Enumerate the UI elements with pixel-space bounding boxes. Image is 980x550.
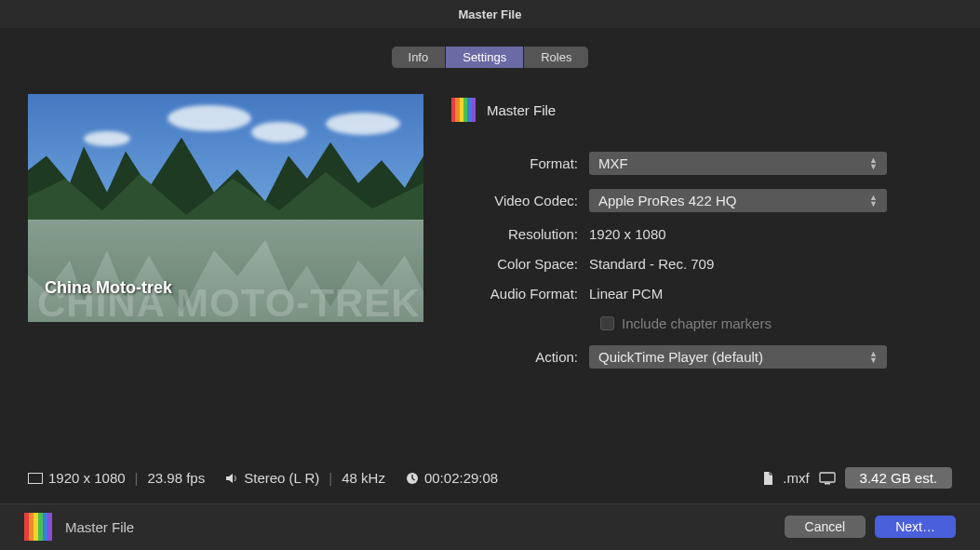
status-bar: 1920 x 1080 | 23.98 fps Stereo (L R) | 4… [28, 462, 952, 494]
content-area: Info Settings Roles CHINA [0, 28, 980, 503]
row-audio-format: Audio Format: Linear PCM [451, 286, 952, 302]
svg-rect-3 [825, 483, 830, 485]
preview-caption: China Moto-trek [45, 278, 172, 298]
panel-title: Master File [487, 102, 556, 118]
footer-left: Master File [24, 513, 134, 541]
resolution-value: 1920 x 1080 [589, 226, 666, 242]
row-video-codec: Video Codec: Apple ProRes 422 HQ ▲▼ [451, 189, 952, 212]
action-dropdown[interactable]: QuickTime Player (default) ▲▼ [589, 345, 887, 369]
row-resolution: Resolution: 1920 x 1080 [451, 226, 952, 242]
status-right: .mxf 3.42 GB est. [763, 467, 952, 489]
chevron-updown-icon: ▲▼ [869, 157, 878, 170]
tab-info[interactable]: Info [392, 47, 447, 68]
main-row: CHINA MOTO-TREK China Moto-trek Master F… [28, 94, 952, 462]
tabs-container: Info Settings Roles [28, 47, 952, 68]
video-preview: CHINA MOTO-TREK China Moto-trek [28, 94, 423, 322]
footer-title: Master File [65, 519, 134, 535]
format-dropdown[interactable]: MXF ▲▼ [589, 152, 887, 175]
settings-column: Master File Format: MXF ▲▼ Video Codec: … [451, 94, 952, 462]
video-codec-value: Apple ProRes 422 HQ [598, 193, 736, 208]
chevron-updown-icon: ▲▼ [869, 195, 878, 208]
clock-icon [406, 472, 419, 485]
row-color-space: Color Space: Standard - Rec. 709 [451, 256, 952, 272]
tab-settings[interactable]: Settings [446, 47, 524, 68]
status-resolution: 1920 x 1080 [48, 470, 126, 486]
master-file-icon [24, 513, 52, 541]
action-value: QuickTime Player (default) [598, 349, 763, 365]
color-space-value: Standard - Rec. 709 [589, 256, 714, 272]
audio-format-label: Audio Format: [451, 286, 589, 302]
window-title: Master File [459, 7, 522, 21]
color-space-label: Color Space: [451, 256, 589, 272]
status-audio: Stereo (L R) [244, 470, 319, 486]
format-label: Format: [451, 155, 589, 171]
footer: Master File Cancel Next… [0, 503, 980, 550]
display-icon [819, 472, 836, 485]
audio-format-value: Linear PCM [589, 286, 663, 302]
svg-rect-0 [29, 473, 43, 483]
action-label: Action: [451, 349, 589, 365]
status-left: 1920 x 1080 | 23.98 fps Stereo (L R) | 4… [28, 470, 498, 486]
status-khz: 48 kHz [342, 470, 385, 486]
tab-roles[interactable]: Roles [524, 47, 588, 68]
resolution-label: Resolution: [451, 226, 589, 242]
row-action: Action: QuickTime Player (default) ▲▼ [451, 345, 952, 369]
status-size-badge: 3.42 GB est. [845, 467, 952, 489]
chapter-markers-label: Include chapter markers [622, 315, 772, 331]
next-button[interactable]: Next… [875, 516, 956, 538]
video-codec-label: Video Codec: [451, 193, 589, 208]
frame-size-icon [28, 473, 43, 484]
row-chapter-markers: Include chapter markers [600, 315, 952, 331]
file-icon [763, 472, 773, 485]
row-format: Format: MXF ▲▼ [451, 152, 952, 175]
footer-buttons: Cancel Next… [785, 516, 956, 538]
chapter-markers-checkbox[interactable] [600, 316, 614, 330]
settings-header: Master File [451, 98, 952, 122]
cancel-button[interactable]: Cancel [785, 516, 866, 538]
tabs: Info Settings Roles [392, 47, 589, 68]
status-fps: 23.98 fps [147, 470, 205, 486]
svg-rect-2 [820, 473, 835, 482]
status-timecode: 00:02:29:08 [424, 470, 498, 486]
window-titlebar: Master File [0, 0, 980, 28]
master-file-icon [451, 98, 476, 122]
chevron-updown-icon: ▲▼ [869, 351, 878, 364]
status-ext: .mxf [783, 470, 809, 486]
speaker-icon [225, 473, 238, 484]
format-value: MXF [598, 155, 628, 171]
video-codec-dropdown[interactable]: Apple ProRes 422 HQ ▲▼ [589, 189, 887, 212]
